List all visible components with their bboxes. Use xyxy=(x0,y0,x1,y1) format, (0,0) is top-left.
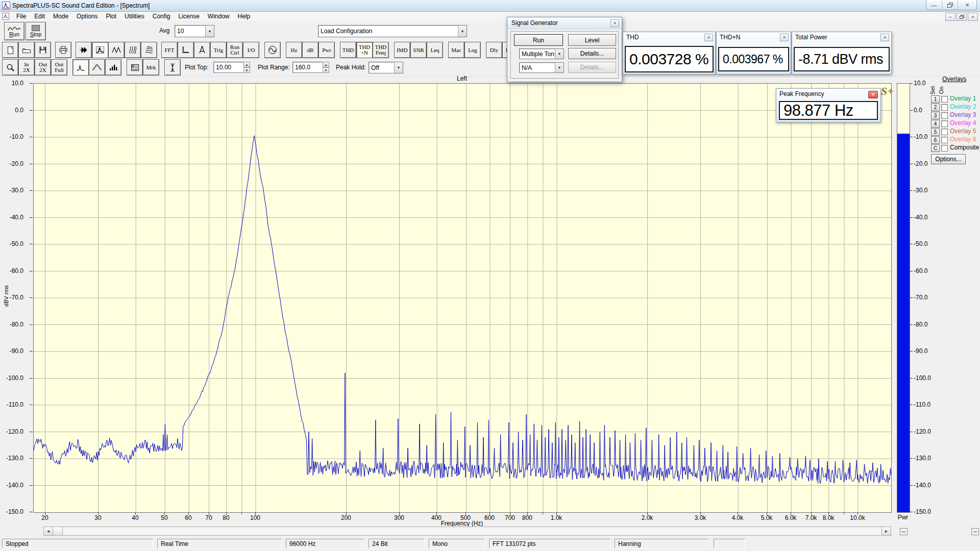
toolbar-button-open[interactable] xyxy=(18,42,35,58)
overlay-set-button-5[interactable]: 5 xyxy=(931,128,940,136)
toolbar-button-zoom[interactable] xyxy=(2,59,18,76)
toolbar-button-zoom-out-full[interactable]: Out Full xyxy=(51,59,67,76)
chevron-down-icon[interactable]: ▼ xyxy=(555,49,564,59)
toolbar-button-amplitude-units[interactable]: dB xyxy=(302,42,318,58)
toolbar-button-thd-freq[interactable]: THD Freq xyxy=(373,42,389,58)
toolbar-button-fft-settings[interactable]: FFT xyxy=(161,42,178,58)
toolbar-button-markers[interactable]: Mrk xyxy=(143,59,159,76)
spectrum-plot[interactable] xyxy=(33,83,892,513)
signal-generator-close-icon[interactable]: ✕ xyxy=(610,19,619,27)
toolbar-button-vertical-range[interactable] xyxy=(164,59,181,76)
toolbar-button-signal-generator[interactable] xyxy=(264,42,281,58)
stop-button[interactable]: Stop xyxy=(26,22,46,40)
toolbar-button-thd[interactable]: THD xyxy=(340,42,356,58)
menu-item-utilities[interactable]: Utilities xyxy=(120,12,149,20)
menu-item-options[interactable]: Options xyxy=(72,12,102,20)
overlay-on-checkbox-C[interactable] xyxy=(941,145,948,152)
thd-close-icon[interactable]: ✕ xyxy=(704,34,713,41)
scroll-left-icon[interactable]: ◄ xyxy=(44,527,53,535)
toolbar-button-save[interactable] xyxy=(35,42,51,58)
toolbar-button-narrowband[interactable] xyxy=(72,59,89,76)
plot-top-input[interactable]: 10.00 xyxy=(213,62,245,73)
toolbar-button-waveform-view[interactable] xyxy=(108,42,125,58)
toolbar-button-run-control[interactable]: Run Ctrl xyxy=(227,42,243,58)
toolbar-button-io-device[interactable]: I/O xyxy=(243,42,259,58)
chevron-down-icon[interactable]: ▼ xyxy=(205,26,214,37)
scrollbar-thumb[interactable] xyxy=(53,527,63,535)
overlay-on-checkbox-3[interactable] xyxy=(941,112,948,119)
plot-range-spinner[interactable]: ▲▼ xyxy=(323,62,329,73)
mdi-restore-button[interactable] xyxy=(957,13,967,21)
overlay-set-button-3[interactable]: 3 xyxy=(931,112,940,119)
overlay-set-button-4[interactable]: 4 xyxy=(931,120,940,128)
configuration-select[interactable]: Load Configuration ▼ xyxy=(318,25,467,37)
menu-item-plot[interactable]: Plot xyxy=(102,12,120,20)
close-button[interactable]: × xyxy=(958,0,976,10)
toolbar-button-display-options[interactable] xyxy=(127,59,143,76)
overlay-on-checkbox-4[interactable] xyxy=(941,120,948,127)
overlay-on-checkbox-1[interactable] xyxy=(941,96,948,103)
toolbar-button-snr[interactable]: SNR xyxy=(410,42,427,58)
toolbar-button-trigger[interactable]: Trig xyxy=(210,42,227,58)
toolbar-button-surface-view[interactable] xyxy=(141,42,157,58)
toolbar-button-zoom-in-2x[interactable]: In 2X xyxy=(18,59,35,76)
toolbar-button-scaling[interactable] xyxy=(178,42,194,58)
toolbar-button-zoom-out-2x[interactable]: Out 2X xyxy=(35,59,51,76)
chevron-down-icon[interactable]: ▼ xyxy=(394,62,403,73)
toolbar-button-frequency-units[interactable]: Hz xyxy=(286,42,302,58)
toolbar-button-spectrum-view[interactable] xyxy=(92,42,108,58)
overlay-on-checkbox-2[interactable] xyxy=(941,104,948,111)
overlay-set-button-1[interactable]: 1 xyxy=(931,95,940,103)
toolbar-button-fast-forward[interactable] xyxy=(76,42,92,58)
menu-item-help[interactable]: Help xyxy=(234,12,255,20)
menu-item-mode[interactable]: Mode xyxy=(49,12,72,20)
menu-item-file[interactable]: File xyxy=(12,12,30,20)
generator-secondary-select[interactable]: N/A ▼ xyxy=(519,62,564,73)
toolbar-button-calipers[interactable] xyxy=(194,42,210,58)
overlay-set-button-2[interactable]: 2 xyxy=(931,104,940,111)
collapse-power-bar-button[interactable] xyxy=(900,528,908,535)
minimize-button[interactable]: — xyxy=(926,0,942,10)
generator-type-select[interactable]: Multiple Ton ▼ xyxy=(519,48,564,59)
toolbar-button-thd-n[interactable]: THD +N xyxy=(356,42,373,58)
overlay-set-button-6[interactable]: 6 xyxy=(931,136,940,144)
toolbar-button-delay[interactable]: Dly xyxy=(486,42,502,58)
run-button[interactable]: Run xyxy=(4,22,24,40)
scroll-right-icon[interactable]: ► xyxy=(881,527,891,535)
generator-details-button[interactable]: Details... xyxy=(568,48,616,59)
toolbar-button-power-units[interactable]: Pwr xyxy=(318,42,335,58)
total-power-close-icon[interactable]: ✕ xyxy=(880,34,889,41)
overlay-on-checkbox-6[interactable] xyxy=(941,137,948,143)
toolbar-button-new[interactable] xyxy=(2,42,18,58)
chevron-down-icon[interactable]: ▼ xyxy=(458,26,467,37)
mdi-minimize-button[interactable]: – xyxy=(945,13,955,21)
menu-item-window[interactable]: Window xyxy=(204,12,234,20)
averages-select[interactable]: 10 ▼ xyxy=(175,25,214,37)
peak-hold-select[interactable]: Off ▼ xyxy=(369,62,403,73)
collapse-overlays-button[interactable] xyxy=(971,528,979,535)
plot-range-input[interactable]: 160.0 xyxy=(292,62,324,73)
generator-level-button[interactable]: Level xyxy=(568,34,616,46)
chevron-down-icon[interactable]: ▼ xyxy=(555,63,564,72)
thdn-close-icon[interactable]: ✕ xyxy=(780,34,789,41)
restore-button[interactable] xyxy=(942,0,958,10)
toolbar-button-logging[interactable]: Log xyxy=(464,42,481,58)
toolbar-button-spectrogram-view[interactable] xyxy=(125,42,141,58)
toolbar-button-bar-graph[interactable] xyxy=(105,59,121,76)
signal-generator-titlebar[interactable]: Signal Generator xyxy=(507,17,622,29)
peak-frequency-close-icon[interactable]: ✕ xyxy=(868,91,878,98)
toolbar-button-imd[interactable]: IMD xyxy=(394,42,410,58)
toolbar-button-macro[interactable]: Mac xyxy=(448,42,464,58)
overlay-set-button-C[interactable]: C xyxy=(931,144,940,152)
overlay-on-checkbox-5[interactable] xyxy=(941,129,948,135)
horizontal-scrollbar[interactable]: ◄ ► xyxy=(43,527,891,536)
toolbar-button-octave-bands[interactable] xyxy=(89,59,105,76)
generator-run-button[interactable]: Run xyxy=(514,34,563,46)
overlays-options-button[interactable]: Options... xyxy=(931,154,966,164)
mdi-close-button[interactable]: × xyxy=(968,13,978,21)
menu-item-config[interactable]: Config xyxy=(149,12,175,20)
plot-top-spinner[interactable]: ▲▼ xyxy=(243,62,250,73)
toolbar-button-leq[interactable]: Leq xyxy=(427,42,443,58)
menu-item-license[interactable]: License xyxy=(174,12,203,20)
menu-item-edit[interactable]: Edit xyxy=(30,12,49,20)
